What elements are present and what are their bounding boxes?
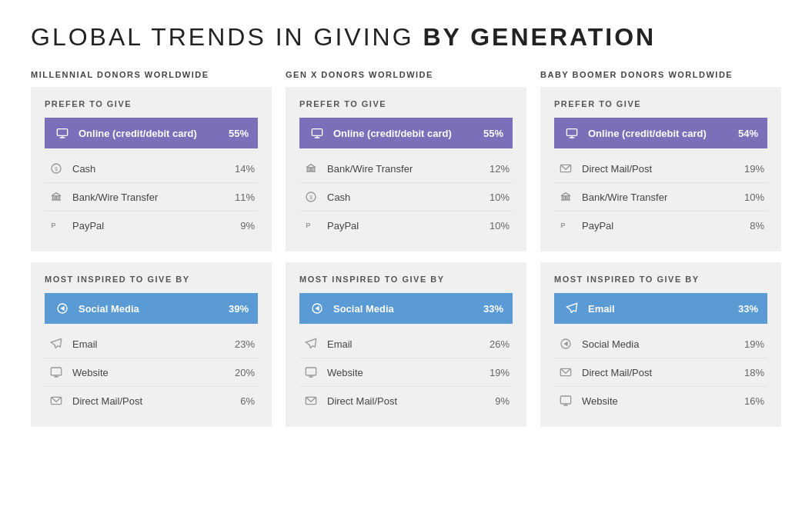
- prefer-item-pct: 10%: [744, 192, 764, 203]
- prefer-title-boomer: PREFER TO GIVE: [554, 99, 767, 108]
- svg-text:P: P: [51, 222, 55, 229]
- method-icon: [309, 300, 326, 317]
- inspired-item-genx-1: Website 19%: [299, 358, 513, 387]
- inspired-top-item-millennial: Social Media 39%: [45, 293, 258, 324]
- inspired-item-pct: 9%: [495, 395, 510, 407]
- inspired-item-millennial-2: Direct Mail/Post 6%: [45, 387, 258, 415]
- prefer-item-millennial-0: $ Cash 14%: [45, 155, 258, 183]
- prefer-item-boomer-2: P PayPal 8%: [554, 212, 767, 239]
- column-boomer: BABY BOOMER DONORS WORLDWIDEPREFER TO GI…: [540, 70, 781, 438]
- prefer-item-pct: 10%: [490, 220, 510, 232]
- method-icon: [557, 160, 574, 177]
- column-genx: GEN X DONORS WORLDWIDEPREFER TO GIVE Onl…: [286, 70, 526, 438]
- prefer-item-label: PayPal: [582, 220, 743, 232]
- inspired-item-label: Social Media: [582, 338, 738, 350]
- top-insp-pct: 39%: [229, 303, 249, 315]
- method-icon: [302, 335, 319, 352]
- inspired-card-genx: MOST INSPIRED TO GIVE BY Social Media 33…: [286, 262, 526, 427]
- top-prefer-pct: 54%: [738, 128, 758, 139]
- inspired-item-pct: 16%: [744, 395, 764, 407]
- method-icon: $: [48, 160, 65, 177]
- top-insp-pct: 33%: [483, 303, 503, 315]
- col-header-boomer: BABY BOOMER DONORS WORLDWIDE: [540, 70, 781, 79]
- method-icon: [54, 300, 71, 317]
- svg-rect-5: [51, 368, 61, 375]
- prefer-item-pct: 14%: [235, 163, 255, 175]
- method-icon: [48, 364, 65, 381]
- prefer-item-label: PayPal: [72, 220, 234, 232]
- method-icon: [54, 125, 71, 142]
- prefer-top-item-boomer: Online (credit/debit card) 54%: [554, 118, 767, 148]
- svg-text:P: P: [560, 222, 565, 229]
- prefer-title-genx: PREFER TO GIVE: [299, 99, 513, 108]
- inspired-card-boomer: MOST INSPIRED TO GIVE BY Email 33% Socia…: [540, 262, 781, 427]
- prefer-card-boomer: PREFER TO GIVE Online (credit/debit card…: [540, 87, 781, 252]
- method-icon: [302, 392, 319, 409]
- inspired-item-label: Email: [72, 338, 229, 350]
- method-icon: [563, 300, 580, 317]
- inspired-item-pct: 23%: [235, 338, 255, 350]
- method-icon: [309, 125, 326, 142]
- inspired-item-pct: 18%: [744, 367, 764, 378]
- prefer-card-genx: PREFER TO GIVE Online (credit/debit card…: [286, 87, 526, 252]
- prefer-item-pct: 9%: [240, 220, 255, 232]
- svg-rect-7: [312, 129, 322, 136]
- prefer-item-boomer-1: Bank/Wire Transfer 10%: [554, 183, 767, 212]
- method-icon: P: [48, 217, 65, 234]
- inspired-item-label: Direct Mail/Post: [72, 395, 234, 407]
- top-insp-label: Social Media: [333, 303, 477, 315]
- inspired-item-pct: 20%: [235, 367, 255, 378]
- columns-container: MILLENNIAL DONORS WORLDWIDEPREFER TO GIV…: [31, 70, 781, 438]
- prefer-item-label: Cash: [327, 192, 483, 203]
- method-icon: [557, 335, 574, 352]
- prefer-item-label: PayPal: [327, 220, 483, 232]
- top-prefer-pct: 55%: [229, 128, 249, 139]
- method-icon: [557, 392, 574, 409]
- svg-rect-14: [566, 129, 576, 136]
- method-icon: [48, 392, 65, 409]
- method-icon: [563, 125, 580, 142]
- prefer-top-item-genx: Online (credit/debit card) 55%: [299, 118, 513, 148]
- prefer-item-label: Bank/Wire Transfer: [327, 163, 483, 175]
- prefer-item-pct: 19%: [744, 163, 764, 175]
- inspired-title-millennial: MOST INSPIRED TO GIVE BY: [45, 275, 258, 284]
- prefer-item-pct: 10%: [490, 192, 510, 203]
- inspired-item-boomer-1: Direct Mail/Post 18%: [554, 358, 767, 387]
- method-icon: [48, 188, 65, 205]
- method-icon: [557, 188, 574, 205]
- prefer-item-millennial-1: Bank/Wire Transfer 11%: [45, 183, 258, 212]
- inspired-item-label: Direct Mail/Post: [327, 395, 489, 407]
- inspired-card-millennial: MOST INSPIRED TO GIVE BY Social Media 39…: [31, 262, 272, 427]
- top-insp-label: Social Media: [79, 303, 222, 315]
- inspired-title-boomer: MOST INSPIRED TO GIVE BY: [554, 275, 767, 284]
- method-icon: P: [302, 217, 319, 234]
- inspired-item-genx-2: Direct Mail/Post 9%: [299, 387, 513, 415]
- prefer-item-genx-0: Bank/Wire Transfer 12%: [299, 155, 513, 183]
- svg-rect-12: [306, 368, 316, 375]
- inspired-item-pct: 19%: [490, 367, 510, 378]
- prefer-card-millennial: PREFER TO GIVE Online (credit/debit card…: [31, 87, 272, 252]
- inspired-item-pct: 19%: [744, 338, 764, 350]
- method-icon: [302, 364, 319, 381]
- method-icon: $: [302, 188, 319, 205]
- inspired-item-label: Direct Mail/Post: [582, 367, 738, 378]
- prefer-item-pct: 12%: [490, 163, 510, 175]
- svg-text:$: $: [309, 194, 312, 201]
- top-insp-pct: 33%: [738, 303, 758, 315]
- method-icon: [302, 160, 319, 177]
- inspired-top-item-boomer: Email 33%: [554, 293, 767, 324]
- prefer-item-genx-2: P PayPal 10%: [299, 212, 513, 239]
- inspired-title-genx: MOST INSPIRED TO GIVE BY: [299, 275, 513, 284]
- top-insp-label: Email: [588, 303, 732, 315]
- svg-text:$: $: [55, 165, 58, 172]
- inspired-item-label: Website: [582, 395, 738, 407]
- method-icon: P: [557, 217, 574, 234]
- inspired-item-pct: 6%: [240, 395, 255, 407]
- inspired-item-label: Email: [327, 338, 483, 350]
- method-icon: [48, 335, 65, 352]
- prefer-item-genx-1: $ Cash 10%: [299, 183, 513, 212]
- top-prefer-label: Online (credit/debit card): [588, 128, 732, 139]
- prefer-item-label: Cash: [72, 163, 229, 175]
- inspired-item-boomer-2: Website 16%: [554, 387, 767, 415]
- top-prefer-pct: 55%: [483, 128, 503, 139]
